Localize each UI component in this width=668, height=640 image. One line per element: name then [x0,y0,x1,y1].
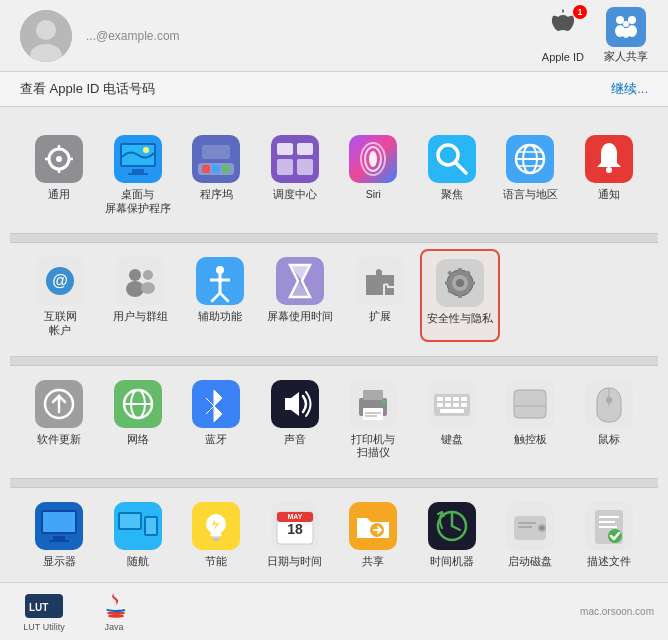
internet-label: 互联网帐户 [44,310,77,337]
section-1: 通用 桌面与屏幕保护程序 [10,121,658,233]
section-divider-1 [10,233,658,243]
svg-rect-28 [222,165,230,173]
spotlight-icon [428,135,476,183]
mouse-icon [585,380,633,428]
displays-label: 显示器 [43,555,76,569]
svg-point-54 [129,269,141,281]
energy-label: 节能 [205,555,227,569]
apple-id-label: Apple ID [542,51,584,63]
timemachine-icon [428,502,476,550]
pref-spotlight[interactable]: 聚焦 [413,127,492,219]
pref-datetime[interactable]: MAY 18 日期与时间 [256,494,335,573]
pref-sharing[interactable]: 共享 [334,494,413,573]
apple-id-icon: 1 [543,9,583,49]
svg-point-5 [616,16,624,24]
svg-point-7 [628,16,636,24]
section-2-row: @ 互联网帐户 用户与群组 [20,249,648,341]
pref-mouse[interactable]: 鼠标 [570,372,649,464]
pref-energy[interactable]: 节能 [177,494,256,573]
user-info: ...@example.com [86,29,542,43]
pref-screentime[interactable]: 屏幕使用时间 [260,249,340,341]
printers-label: 打印机与扫描仪 [351,433,395,460]
banner-link[interactable]: 继续... [611,80,648,98]
svg-text:@: @ [52,272,68,289]
svg-point-21 [143,147,149,153]
siri-icon [349,135,397,183]
pref-desktop[interactable]: 桌面与屏幕保护程序 [99,127,178,219]
mouse-label: 鼠标 [598,433,620,447]
apple-id-button[interactable]: 1 Apple ID [542,9,584,63]
pref-notifications[interactable]: 通知 [570,127,649,219]
screentime-label: 屏幕使用时间 [267,310,333,324]
svg-rect-124 [213,538,219,541]
pref-language[interactable]: 语言与地区 [491,127,570,219]
banner-text: 查看 Apple ID 电话号码 [20,80,155,98]
pref-keyboard[interactable]: 键盘 [413,372,492,464]
section-4-row: 显示器 随航 [20,494,648,573]
svg-rect-34 [297,159,313,175]
svg-rect-53 [116,257,164,305]
keyboard-label: 键盘 [441,433,463,447]
startupd-icon [506,502,554,550]
security-label: 安全性与隐私 [427,312,493,326]
svg-rect-140 [518,522,536,524]
pref-startupd[interactable]: 启动磁盘 [491,494,570,573]
users-icon [116,257,164,305]
sharing-label: 共享 [362,555,384,569]
svg-rect-102 [453,403,459,407]
pref-general[interactable]: 通用 [20,127,99,219]
family-sharing-button[interactable]: 家人共享 [604,7,648,64]
avatar[interactable] [20,10,72,62]
svg-rect-30 [271,135,319,183]
svg-rect-100 [437,403,443,407]
pref-profiles[interactable]: 描述文件 [570,494,649,573]
svg-rect-141 [518,526,532,528]
svg-rect-146 [599,526,617,528]
pref-timemachine[interactable]: 时间机器 [413,494,492,573]
pref-softwareupdate[interactable]: 软件更新 [20,372,99,464]
pref-siri[interactable]: Siri [334,127,413,219]
pref-users[interactable]: 用户与群组 [100,249,180,341]
handoff-icon [114,502,162,550]
dock-icon [192,135,240,183]
sharing-icon [349,502,397,550]
accessibility-label: 辅助功能 [198,310,242,324]
users-label: 用户与群组 [113,310,168,324]
startupd-label: 启动磁盘 [508,555,552,569]
svg-rect-89 [363,390,383,400]
svg-point-59 [216,266,224,274]
pref-bluetooth[interactable]: 蓝牙 [177,372,256,464]
svg-rect-145 [599,521,615,523]
language-label: 语言与地区 [503,188,558,202]
pref-internet[interactable]: @ 互联网帐户 [20,249,100,341]
softwareupdate-icon [35,380,83,428]
profiles-label: 描述文件 [587,555,631,569]
pref-security[interactable]: 安全性与隐私 [420,249,500,341]
pref-displays[interactable]: 显示器 [20,494,99,573]
notifications-icon [585,135,633,183]
svg-point-57 [141,282,155,294]
lut-label: LUT Utility [23,622,64,632]
pref-accessibility[interactable]: 辅助功能 [180,249,260,341]
pref-printers[interactable]: 打印机与扫描仪 [334,372,413,464]
pref-network[interactable]: 网络 [99,372,178,464]
svg-point-93 [382,400,386,404]
svg-rect-70 [458,268,462,273]
section-4: 显示器 随航 [10,488,658,587]
datetime-icon: MAY 18 [271,502,319,550]
svg-rect-72 [445,281,450,285]
pref-dock[interactable]: 程序坞 [177,127,256,219]
pref-extensions[interactable]: 扩展 [340,249,420,341]
pref-handoff[interactable]: 随航 [99,494,178,573]
energy-icon [192,502,240,550]
svg-rect-22 [132,169,144,173]
pref-trackpad[interactable]: 触控板 [491,372,570,464]
bottom-java[interactable]: Java [84,592,144,632]
svg-rect-144 [599,516,619,518]
svg-rect-114 [53,536,65,540]
bottom-lut[interactable]: LUT LUT Utility [14,592,74,632]
svg-rect-23 [128,173,148,175]
pref-sound[interactable]: 声音 [256,372,335,464]
pref-mission[interactable]: 调度中心 [256,127,335,219]
svg-point-13 [56,156,62,162]
